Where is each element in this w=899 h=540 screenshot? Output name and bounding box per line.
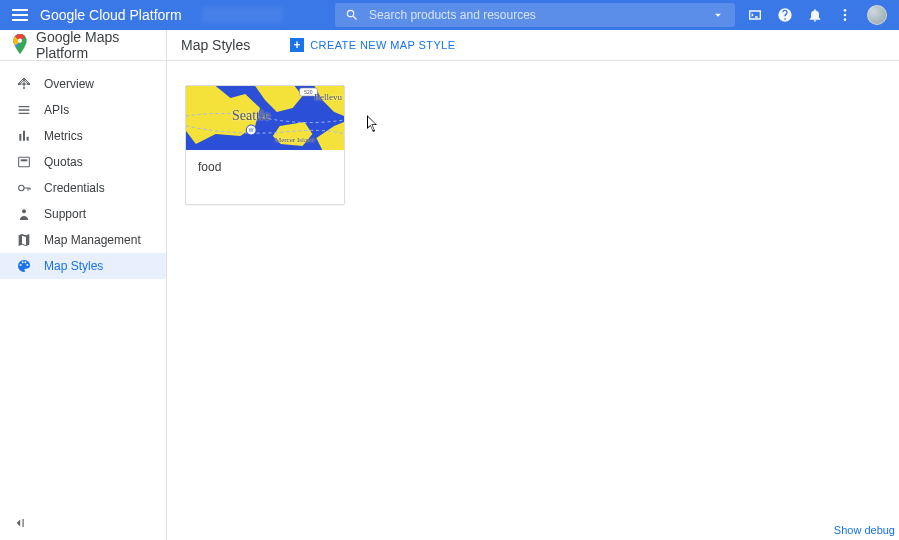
sidebar-item-label: Map Management (44, 233, 141, 247)
avatar[interactable] (867, 5, 887, 25)
search-input[interactable] (369, 8, 701, 22)
cloud-shell-icon[interactable] (747, 7, 763, 23)
overview-icon (16, 76, 32, 92)
create-map-style-label: CREATE NEW MAP STYLE (310, 39, 455, 51)
quota-icon (16, 154, 32, 170)
more-icon[interactable] (837, 7, 853, 23)
svg-rect-9 (19, 157, 30, 166)
product-brand: Google Maps Platform (0, 30, 167, 60)
svg-point-12 (22, 209, 26, 213)
sidebar-item-overview[interactable]: Overview (0, 71, 166, 97)
sidebar-item-label: Map Styles (44, 259, 103, 273)
sidebar-item-label: Support (44, 207, 86, 221)
thumb-east-label: Bellevu (314, 92, 342, 102)
sidebar-item-map-styles[interactable]: Map Styles (0, 253, 166, 279)
palette-icon (16, 258, 32, 274)
cursor-icon (367, 115, 379, 133)
sidebar-item-label: Metrics (44, 129, 83, 143)
svg-point-11 (19, 185, 24, 190)
top-header: Google Cloud Platform (0, 0, 899, 30)
search-box[interactable] (335, 3, 735, 27)
person-icon (16, 206, 32, 222)
collapse-sidebar-button[interactable] (10, 514, 28, 532)
svg-point-5 (19, 83, 21, 85)
show-debug-link[interactable]: Show debug (834, 524, 895, 536)
svg-point-1 (844, 14, 847, 17)
svg-point-7 (23, 79, 25, 81)
map-style-card[interactable]: 520 W Seattle Bellevu Mercer Island food (185, 85, 345, 205)
map-style-name: food (186, 150, 344, 204)
sidebar-item-label: Overview (44, 77, 94, 91)
product-header: Google Maps Platform Map Styles + CREATE… (0, 30, 899, 61)
sidebar-item-label: Credentials (44, 181, 105, 195)
sidebar-item-label: Quotas (44, 155, 83, 169)
menu-icon[interactable] (12, 9, 28, 21)
sidebar-item-support[interactable]: Support (0, 201, 166, 227)
bar-chart-icon (16, 128, 32, 144)
map-style-thumbnail: 520 W Seattle Bellevu Mercer Island (186, 86, 344, 150)
create-map-style-button[interactable]: + CREATE NEW MAP STYLE (290, 38, 455, 52)
svg-point-8 (23, 87, 25, 89)
sidebar: Overview APIs Metrics Quotas Credentials… (0, 61, 167, 540)
chevron-left-collapse-icon (12, 516, 26, 530)
list-icon (16, 102, 32, 118)
plus-icon: + (290, 38, 304, 52)
chevron-down-icon[interactable] (711, 8, 725, 22)
sidebar-item-quotas[interactable]: Quotas (0, 149, 166, 175)
sidebar-item-label: APIs (44, 103, 69, 117)
page-title: Map Styles (167, 37, 250, 53)
key-icon (16, 180, 32, 196)
svg-point-3 (18, 38, 22, 42)
header-actions (747, 5, 887, 25)
svg-point-6 (27, 83, 29, 85)
platform-title: Google Cloud Platform (40, 7, 182, 23)
maps-pin-icon (12, 34, 28, 57)
help-icon[interactable] (777, 7, 793, 23)
svg-point-0 (844, 9, 847, 12)
project-selector[interactable] (202, 7, 283, 23)
thumb-island-label: Mercer Island (275, 136, 314, 144)
sidebar-item-credentials[interactable]: Credentials (0, 175, 166, 201)
thumb-city-label: Seattle (232, 108, 270, 124)
svg-point-2 (844, 18, 847, 21)
map-icon (16, 232, 32, 248)
sidebar-item-map-management[interactable]: Map Management (0, 227, 166, 253)
content-area: 520 W Seattle Bellevu Mercer Island food (167, 61, 899, 540)
notifications-icon[interactable] (807, 7, 823, 23)
svg-point-4 (23, 83, 25, 85)
svg-text:520: 520 (304, 90, 312, 95)
search-icon (345, 8, 359, 22)
product-brand-label: Google Maps Platform (36, 29, 166, 61)
body: Overview APIs Metrics Quotas Credentials… (0, 61, 899, 540)
svg-text:W: W (249, 128, 254, 133)
sidebar-item-metrics[interactable]: Metrics (0, 123, 166, 149)
sidebar-item-apis[interactable]: APIs (0, 97, 166, 123)
svg-rect-10 (21, 159, 28, 161)
